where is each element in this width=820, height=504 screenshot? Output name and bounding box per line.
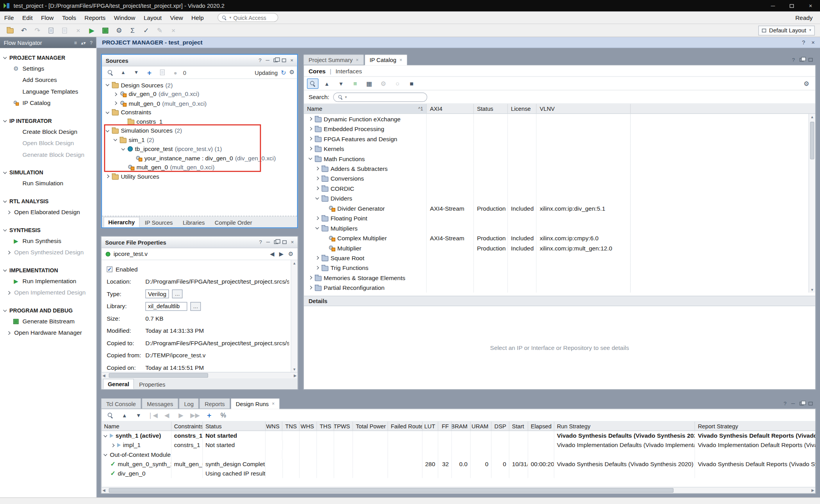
scroll-up-icon[interactable]: ▲ [810, 115, 814, 119]
column-tns[interactable]: TNS [283, 422, 300, 431]
catalog-tree-item[interactable]: CORDIC [304, 183, 815, 193]
column-bram[interactable]: BRAM [452, 422, 471, 431]
menu-item-flow[interactable]: Flow [37, 11, 58, 23]
column-total-power[interactable]: Total Power [353, 422, 388, 431]
enabled-checkbox[interactable]: ✓ [107, 266, 112, 272]
help-icon[interactable]: ? [784, 401, 786, 406]
column-start[interactable]: Start [509, 422, 528, 431]
catalog-tree-item[interactable]: Kernels [304, 144, 815, 153]
fast-forward-button[interactable]: ▶▶ [189, 410, 201, 421]
gear-icon[interactable]: ⚙ [289, 69, 294, 76]
library-input[interactable] [148, 303, 185, 309]
maximize-button[interactable] [282, 240, 287, 244]
tree-item-div-gen-0[interactable]: div_gen_0(div_gen_0.xci) [102, 90, 297, 99]
menu-item-help[interactable]: Help [187, 11, 208, 23]
create-run-button[interactable]: + [203, 410, 215, 421]
close-icon[interactable]: × [399, 57, 402, 62]
collapse-all-button[interactable]: ▴ [119, 410, 130, 421]
sidebar-item-open-block-design[interactable]: Open Block Design [0, 137, 96, 149]
run-button[interactable]: ▶ [86, 25, 98, 36]
section-header[interactable]: IMPLEMENTATION [0, 265, 96, 275]
help-icon[interactable]: ? [259, 239, 262, 245]
sidebar-item-generate-bitstream[interactable]: Generate Bitstream [0, 316, 96, 327]
help-icon[interactable]: ? [258, 57, 261, 63]
collapse-all-button[interactable]: ▴ [118, 67, 128, 77]
float-button[interactable] [274, 240, 278, 244]
maximize-button[interactable] [809, 58, 813, 62]
design-run-row-impl-1[interactable]: impl_1 constrs_1 Not started Vivado Impl… [102, 440, 815, 450]
sidebar-item-create-block-design[interactable]: Create Block Design [0, 126, 96, 137]
tree-item-sim-mult-gen-0[interactable]: mult_gen_0(mult_gen_0.xci) [102, 163, 297, 172]
vertical-scrollbar[interactable]: ▲▼ [809, 114, 815, 293]
search-button[interactable] [307, 78, 318, 89]
close-icon[interactable]: × [811, 39, 815, 45]
sidebar-item-run-implementation[interactable]: ▶Run Implementation [0, 275, 96, 287]
tree-item-constraints[interactable]: Constraints [102, 108, 297, 117]
settings-button[interactable]: ⚙ [113, 25, 125, 36]
column-status[interactable]: Status [474, 104, 508, 114]
reset-runs-button[interactable]: ❘◀ [147, 410, 158, 421]
catalog-tree-item[interactable]: FPGA Features and Design [304, 134, 815, 144]
tab-hierarchy[interactable]: Hierarchy [103, 217, 139, 227]
license-status-button[interactable]: ○ [392, 78, 403, 89]
section-header[interactable]: SYNTHESIS [0, 225, 96, 235]
section-header[interactable]: IP INTEGRATOR [0, 115, 96, 126]
tree-item-sim-1[interactable]: sim_1(2) [102, 135, 297, 144]
search-input[interactable] [348, 94, 423, 100]
scroll-down-icon[interactable]: ▼ [292, 367, 296, 371]
menu-item-file[interactable]: File [0, 11, 18, 23]
catalog-tree-item[interactable]: Math Functions [304, 154, 815, 163]
cancel-button[interactable]: × [168, 25, 180, 36]
column-name[interactable]: Name^1 [304, 104, 427, 114]
catalog-tree-item[interactable]: Trig Functions [304, 263, 815, 273]
close-button[interactable]: × [291, 239, 294, 245]
maximize-button[interactable] [809, 402, 813, 405]
refresh-icon[interactable]: ↻ [281, 69, 286, 76]
tab-ip-sources[interactable]: IP Sources [140, 217, 178, 227]
catalog-tree-item[interactable]: Adders & Subtracters [304, 163, 815, 173]
scroll-down-icon[interactable]: ▼ [810, 288, 814, 291]
horizontal-scrollbar[interactable]: ◀▶ [102, 487, 815, 493]
scroll-left-icon[interactable]: ◀ [103, 488, 105, 493]
tree-item-constrs-1[interactable]: constrs_1 [102, 117, 297, 126]
scroll-left-icon[interactable]: ◀ [103, 373, 105, 378]
details-toggle-button[interactable]: ■ [406, 78, 417, 89]
tab-compile-order[interactable]: Compile Order [210, 217, 257, 227]
menu-item-layout[interactable]: Layout [139, 11, 166, 23]
maximize-button[interactable] [783, 0, 801, 11]
column-uram[interactable]: URAM [471, 422, 492, 431]
section-header[interactable]: PROJECT MANAGER [0, 52, 96, 63]
catalog-tree-item[interactable]: Dynamic Function eXchange [304, 114, 815, 124]
launch-runs-button[interactable]: ▶ [175, 410, 187, 421]
float-button[interactable] [800, 58, 804, 62]
maximize-button[interactable] [282, 59, 286, 62]
menu-item-tools[interactable]: Tools [58, 11, 80, 23]
sidebar-item-add-sources[interactable]: Add Sources [0, 74, 96, 85]
sidebar-item-open-synthesized-design[interactable]: Open Synthesized Design [0, 247, 96, 258]
copy-button[interactable] [45, 25, 57, 36]
menu-item-window[interactable]: Window [110, 11, 139, 23]
add-sources-button[interactable]: + [144, 67, 155, 77]
tab-libraries[interactable]: Libraries [178, 217, 210, 227]
tree-item-mult-gen-0[interactable]: mult_gen_0(mult_gen_0.xci) [102, 99, 297, 108]
vertical-scrollbar[interactable]: ▲▼ [291, 260, 298, 372]
column-wns[interactable]: WNS [266, 422, 283, 431]
design-run-row-synth-1[interactable]: synth_1 (active) constrs_1 Not started V… [102, 431, 815, 440]
tree-item-your-instance-name[interactable]: your_instance_name : div_gen_0(div_gen_0… [102, 154, 297, 163]
expand-all-button[interactable]: ▾ [335, 78, 346, 89]
tab-log[interactable]: Log [179, 398, 199, 409]
expand-all-button[interactable]: ▾ [133, 410, 144, 421]
catalog-tree-item[interactable]: Square Root [304, 253, 815, 263]
catalog-ip-item[interactable]: MultiplierProductionIncludedxilinx.com:i… [304, 243, 815, 253]
design-run-row-div-gen-0[interactable]: ✓div_gen_0 Using cached IP results [102, 469, 815, 478]
catalog-tree-item[interactable]: Embedded Processing [304, 124, 815, 133]
tree-item-simulation-sources[interactable]: Simulation Sources(2) [102, 126, 297, 135]
help-icon[interactable]: ? [792, 57, 795, 63]
horizontal-scrollbar[interactable]: ◀▶ [102, 372, 298, 378]
catalog-tree-item[interactable]: Multipliers [304, 223, 815, 233]
open-file-button[interactable] [157, 67, 168, 77]
minimize-button[interactable]: ─ [791, 401, 795, 406]
tab-ip-catalog[interactable]: IP Catalog× [364, 54, 407, 65]
close-icon[interactable]: × [356, 57, 358, 62]
settings-button[interactable]: ⚙ [800, 78, 812, 89]
